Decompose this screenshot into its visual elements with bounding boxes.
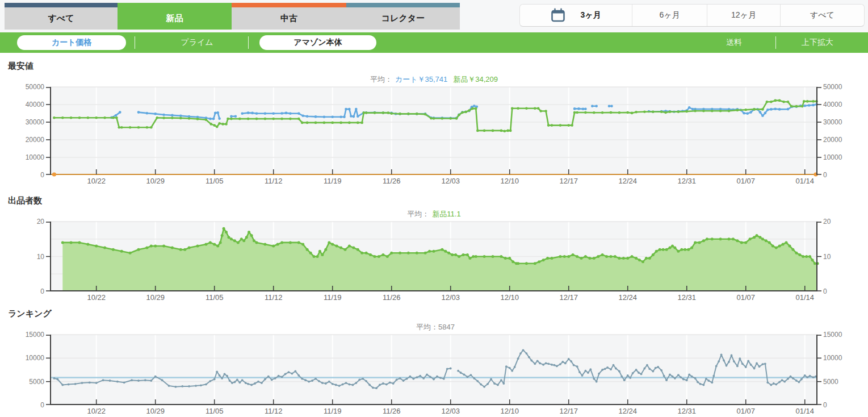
y-tick-label: 10000 (823, 354, 842, 362)
lowest-price-chart: 最安値 平均：カート￥35,741新品￥34,209 0100002000030… (0, 60, 868, 187)
range-all[interactable]: すべて (780, 5, 864, 26)
y-tick-label: 50000 (823, 83, 842, 91)
x-tick-label: 12/03 (431, 293, 471, 302)
y-tick-label: 10000 (26, 354, 44, 362)
x-tick-label: 12/03 (431, 407, 471, 415)
x-tick-label: 10/22 (77, 407, 116, 415)
x-tick-label: 12/31 (667, 177, 707, 185)
x-tick-label: 11/05 (195, 177, 234, 185)
time-range-selector: 3ヶ月 6ヶ月 12ヶ月 すべて (519, 4, 865, 27)
seller-count-chart: 出品者数 平均：新品11.1 01020 01020 10/2210/2911/… (0, 194, 868, 304)
tab-new[interactable]: 新品 (118, 3, 232, 30)
y-tick-label: 20 (37, 218, 44, 226)
average-value-text: カート￥35,741 (395, 75, 447, 84)
x-tick-label: 12/24 (608, 293, 648, 302)
ranking-chart: ランキング 平均：5847 050001000015000 0500010000… (0, 307, 868, 417)
x-tick-label: 01/14 (785, 407, 825, 415)
x-axis-labels: 10/2210/2911/0511/1211/1911/2612/0312/10… (0, 175, 868, 187)
x-axis-labels: 10/2210/2911/0511/1211/1911/2612/0312/10… (0, 291, 868, 304)
top-bar: すべて 新品 中古 コレクター 3ヶ月 6ヶ月 12ヶ月 すべて (0, 0, 868, 32)
x-tick-label: 12/24 (608, 407, 648, 415)
average-value-text: 平均： (370, 75, 392, 84)
x-tick-label: 11/19 (313, 293, 353, 302)
y-axis-labels-right: 01020 (817, 222, 868, 291)
chart-title-ranking: ランキング (0, 307, 868, 322)
chart-title-seller-count: 出品者数 (0, 194, 868, 209)
plot-area[interactable] (50, 87, 817, 175)
y-tick-label: 40000 (823, 101, 842, 109)
tab-collector[interactable]: コレクター (346, 3, 460, 30)
range-12-months-label: 12ヶ月 (731, 10, 756, 20)
y-tick-label: 30000 (26, 118, 44, 126)
x-tick-label: 12/24 (608, 177, 648, 185)
y-tick-label: 40000 (26, 101, 44, 109)
x-tick-label: 12/10 (490, 293, 530, 302)
tab-used-label: 中古 (280, 13, 297, 24)
x-tick-label: 11/12 (254, 407, 293, 415)
cart-price-toggle[interactable]: カート価格 (17, 35, 126, 50)
x-tick-label: 11/26 (372, 407, 412, 415)
average-value-text: 新品￥34,209 (453, 75, 498, 84)
shipping-toggle[interactable]: 送料 (708, 32, 760, 53)
seller-count-average: 平均：新品11.1 (0, 209, 868, 222)
y-tick-label: 5000 (29, 378, 44, 386)
x-tick-label: 01/14 (785, 177, 825, 185)
x-tick-label: 11/12 (254, 293, 293, 302)
range-3-months-label: 3ヶ月 (580, 10, 601, 20)
lowest-price-average: 平均：カート￥35,741新品￥34,209 (0, 74, 868, 87)
x-tick-label: 11/12 (254, 177, 293, 185)
y-tick-label: 50000 (26, 83, 44, 91)
y-tick-label: 5000 (823, 378, 838, 386)
x-tick-label: 11/26 (372, 293, 412, 302)
x-tick-label: 11/26 (372, 177, 412, 185)
y-tick-label: 20 (823, 218, 831, 226)
tab-all-label: すべて (48, 13, 74, 24)
range-6-months-label: 6ヶ月 (659, 10, 680, 20)
y-tick-label: 10000 (823, 153, 842, 161)
average-value-text: 新品11.1 (432, 210, 460, 218)
y-tick-label: 10 (823, 253, 831, 261)
x-tick-label: 01/07 (726, 293, 766, 302)
expand-vertical-toggle[interactable]: 上下拡大 (786, 32, 849, 53)
x-tick-label: 12/17 (549, 177, 589, 185)
x-tick-label: 12/31 (667, 293, 707, 302)
x-tick-label: 12/03 (431, 177, 471, 185)
x-tick-label: 12/10 (490, 177, 530, 185)
range-12-months[interactable]: 12ヶ月 (707, 5, 780, 26)
toolbar-divider (775, 36, 776, 49)
tab-all[interactable]: すべて (5, 3, 118, 30)
tab-new-label: 新品 (166, 13, 183, 24)
x-tick-label: 12/31 (667, 407, 707, 415)
y-axis-labels-left: 01020 (0, 222, 50, 291)
amazon-toggle[interactable]: アマゾン本体 (259, 35, 376, 50)
plot-area[interactable] (50, 222, 817, 291)
x-tick-label: 01/07 (726, 407, 766, 415)
x-tick-label: 11/19 (313, 177, 353, 185)
y-tick-label: 30000 (823, 118, 842, 126)
toolbar-divider (248, 36, 249, 49)
x-tick-label: 11/05 (195, 407, 234, 415)
x-tick-label: 11/19 (313, 407, 353, 415)
y-tick-label: 10 (37, 253, 44, 261)
x-tick-label: 10/22 (77, 293, 116, 302)
plot-area[interactable] (50, 335, 817, 405)
ranking-average: 平均：5847 (0, 322, 868, 335)
y-tick-label: 15000 (823, 331, 842, 339)
x-tick-label: 10/29 (136, 293, 175, 302)
y-axis-labels-left: 050001000015000 (0, 335, 50, 405)
range-6-months[interactable]: 6ヶ月 (632, 5, 707, 26)
toolbar-divider (135, 36, 135, 49)
x-tick-label: 11/05 (195, 293, 234, 302)
y-tick-label: 20000 (823, 136, 842, 144)
x-axis-labels: 10/2210/2911/0511/1211/1911/2612/0312/10… (0, 405, 868, 417)
y-axis-labels-left: 01000020000300004000050000 (0, 87, 50, 175)
range-3-months[interactable]: 3ヶ月 (520, 5, 632, 26)
average-value-text: 平均： (407, 210, 429, 218)
x-tick-label: 10/29 (136, 407, 175, 415)
y-axis-labels-right: 01000020000300004000050000 (817, 87, 868, 175)
y-axis-labels-right: 050001000015000 (817, 335, 868, 405)
prime-toggle[interactable]: プライム (154, 32, 240, 53)
average-value-text: 平均：5847 (416, 323, 455, 331)
x-tick-label: 01/14 (785, 293, 825, 302)
tab-used[interactable]: 中古 (232, 3, 346, 30)
